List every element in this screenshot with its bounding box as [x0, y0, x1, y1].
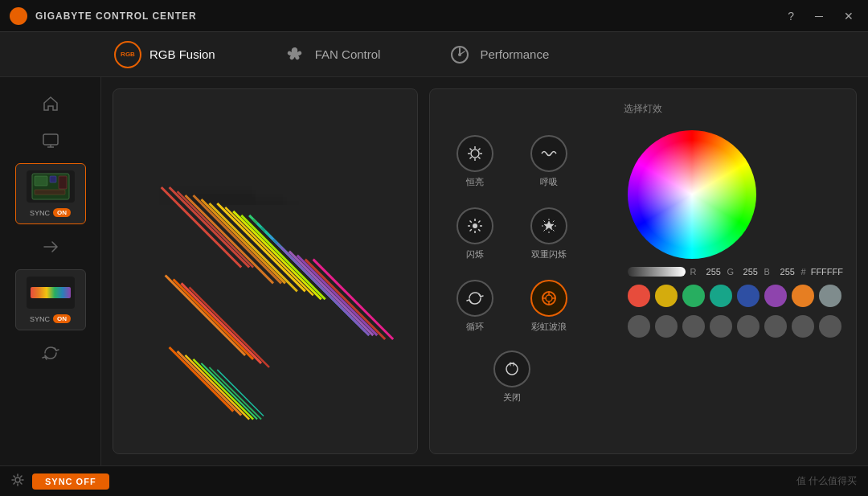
color-swatches-row2 [628, 315, 843, 338]
constant-icon [457, 135, 493, 172]
color-swatches-row1 [628, 285, 843, 307]
color-section: R 255 G 255 B 255 # FFFFFF [628, 130, 843, 408]
color-wheel-container[interactable] [628, 130, 756, 259]
sync-toggle-2[interactable]: ON [53, 314, 71, 323]
strip-device-icon [27, 277, 75, 309]
color-swatch-row1-7[interactable] [819, 285, 841, 307]
sidebar-send[interactable] [0, 228, 100, 265]
svg-line-31 [289, 252, 373, 335]
watermark: 值 什么值得买 [796, 474, 857, 488]
effect-section-title: 选择灯效 [443, 102, 843, 116]
svg-line-32 [297, 256, 377, 335]
svg-point-79 [15, 478, 20, 482]
device-sync-badge-1: SYNC ON [30, 208, 71, 217]
tab-rgb-fusion[interactable]: RGB RGB Fusion [104, 35, 225, 75]
flash-label: 闪烁 [466, 248, 484, 260]
cycle-label: 循环 [466, 321, 484, 333]
color-swatch-row2-2[interactable] [682, 315, 705, 338]
cycle-icon [457, 280, 493, 317]
flash-icon [457, 207, 493, 244]
tab-performance[interactable]: Performance [438, 36, 559, 73]
color-swatch-row2-4[interactable] [737, 315, 760, 338]
effect-double-flash[interactable]: 双重闪烁 [517, 203, 581, 265]
effect-off[interactable]: 关闭 [489, 346, 535, 408]
constant-label: 恒亮 [466, 176, 484, 188]
color-swatch-row1-0[interactable] [628, 285, 650, 307]
visualization-panel [113, 88, 418, 454]
help-button[interactable]: ? [783, 8, 799, 24]
svg-line-15 [193, 195, 280, 283]
device-card-motherboard[interactable]: SYNC ON [15, 163, 86, 224]
svg-line-44 [209, 367, 261, 420]
effect-rainbow[interactable]: 彩虹波浪 [517, 275, 581, 338]
color-swatch-row1-1[interactable] [655, 285, 678, 307]
sync-off-button[interactable]: SYNC OFF [32, 473, 109, 490]
rainbow-label: 彩虹波浪 [531, 321, 567, 333]
app-title: GIGABYTE CONTROL CENTER [35, 10, 197, 22]
color-swatch-row1-2[interactable] [682, 285, 705, 307]
color-swatch-row2-6[interactable] [792, 315, 814, 338]
svg-marker-68 [544, 221, 554, 230]
svg-line-35 [166, 275, 245, 355]
titlebar: RGB GIGABYTE CONTROL CENTER ? ─ ✕ [0, 0, 868, 32]
svg-rect-7 [35, 176, 47, 186]
nav-tabs: RGB RGB Fusion FAN Control Performance [0, 32, 868, 77]
svg-line-61 [478, 221, 480, 223]
breath-label: 呼吸 [540, 176, 558, 188]
svg-line-38 [190, 287, 269, 367]
tab-fan-control[interactable]: FAN Control [273, 36, 391, 73]
effect-breath[interactable]: 呼吸 [517, 130, 581, 193]
g-value: 255 [743, 267, 760, 277]
settings-icon[interactable] [11, 473, 24, 489]
color-swatch-row2-7[interactable] [819, 315, 841, 338]
color-swatch-row2-5[interactable] [764, 315, 787, 338]
color-swatch-row2-3[interactable] [710, 315, 732, 338]
controls-panel: 选择灯效 恒亮 [429, 88, 857, 454]
color-swatch-row1-6[interactable] [792, 285, 814, 307]
r-value: 255 [706, 267, 723, 277]
content-area: 选择灯效 恒亮 [101, 77, 868, 465]
tab-performance-label: Performance [480, 47, 549, 61]
svg-line-30 [281, 248, 369, 335]
minimize-button[interactable]: ─ [810, 8, 828, 24]
rainbow-icon [530, 280, 567, 317]
sync-toggle-1[interactable]: ON [53, 208, 71, 217]
effect-cycle[interactable]: 循环 [443, 275, 507, 338]
device-sync-badge-2: SYNC ON [30, 314, 71, 323]
color-swatch-row1-3[interactable] [710, 285, 732, 307]
color-wheel[interactable] [628, 130, 756, 259]
svg-point-63 [473, 223, 477, 228]
brightness-slider[interactable] [628, 267, 686, 277]
color-swatch-row1-4[interactable] [737, 285, 760, 307]
svg-rect-9 [35, 190, 65, 195]
r-label: R [690, 267, 702, 277]
statusbar: SYNC OFF 值 什么值得买 [0, 465, 868, 496]
effect-flash[interactable]: 闪烁 [443, 203, 507, 265]
sidebar-home[interactable] [0, 85, 100, 122]
color-swatch-row2-1[interactable] [655, 315, 678, 338]
breath-icon [530, 135, 567, 172]
svg-rect-8 [50, 176, 56, 182]
svg-point-70 [546, 295, 552, 301]
device-card-strip[interactable]: SYNC ON [15, 269, 86, 330]
sidebar-refresh[interactable] [0, 334, 100, 371]
left-controls: 恒亮 呼吸 闪烁 [443, 130, 581, 408]
rgb-values-row: R 255 G 255 B 255 # FFFFFF [628, 267, 843, 277]
svg-line-51 [470, 149, 472, 150]
color-swatch-row1-5[interactable] [764, 285, 787, 307]
performance-icon [448, 43, 472, 67]
color-swatch-row2-0[interactable] [628, 315, 650, 338]
svg-line-42 [193, 359, 253, 420]
g-label: G [727, 267, 739, 277]
motherboard-device-icon [27, 170, 75, 203]
hash-label: # [801, 267, 806, 277]
app-logo-icon: RGB [10, 7, 27, 25]
off-label: 关闭 [503, 391, 521, 404]
close-button[interactable]: ✕ [839, 8, 858, 24]
off-icon [493, 350, 530, 387]
sidebar-monitor[interactable] [0, 122, 100, 159]
svg-line-60 [478, 229, 480, 231]
b-value: 255 [780, 267, 796, 277]
sidebar: SYNC ON SYNC ON [0, 77, 101, 465]
effect-constant[interactable]: 恒亮 [443, 130, 507, 193]
